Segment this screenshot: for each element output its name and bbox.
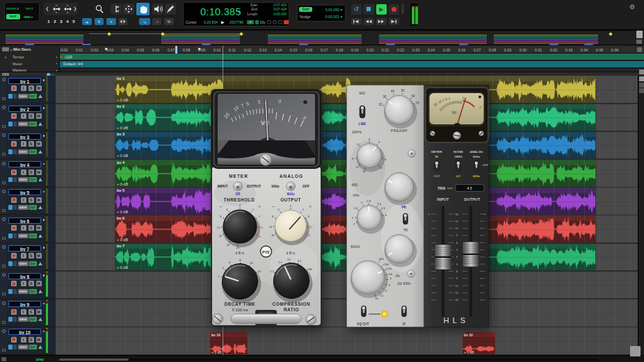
svg-text:−: − <box>272 204 275 209</box>
svg-text:bv 10: bv 10 <box>464 332 473 336</box>
svg-text:12: 12 <box>456 284 459 288</box>
svg-text:INPUT: INPUT <box>218 184 228 188</box>
svg-text:50Hz: 50Hz <box>271 184 280 188</box>
svg-text:BASS: BASS <box>351 245 360 249</box>
svg-text:1.: 1. <box>218 274 220 278</box>
svg-text:OFF: OFF <box>303 184 309 188</box>
svg-text:bv 1: bv 1 <box>117 76 124 81</box>
svg-text:1.4: 1.4 <box>353 206 357 210</box>
svg-text:70: 70 <box>416 101 420 105</box>
svg-text:50: 50 <box>401 89 405 92</box>
svg-text:TR: TR <box>403 229 408 232</box>
svg-text:+ 0 dB: + 0 dB <box>117 210 128 214</box>
svg-text:60Hz: 60Hz <box>473 174 481 178</box>
svg-text:10KHz: 10KHz <box>352 131 362 134</box>
svg-text:COMPRESSION: COMPRESSION <box>273 302 310 306</box>
svg-text:+ 0 dB: + 0 dB <box>117 265 128 270</box>
svg-text:12: 12 <box>355 165 359 169</box>
svg-text:3:1: 3:1 <box>287 258 291 261</box>
svg-text:IN: IN <box>435 155 438 158</box>
svg-text:+ 0 dB: + 0 dB <box>117 238 128 242</box>
svg-text:bv 4: bv 4 <box>117 161 125 165</box>
svg-text:+: + <box>258 204 261 209</box>
svg-text:−4: −4 <box>356 142 360 146</box>
svg-text:MID: MID <box>352 183 358 187</box>
svg-text:400: 400 <box>379 257 385 261</box>
svg-text:15: 15 <box>456 220 459 223</box>
svg-text:1.1: 1.1 <box>270 270 274 273</box>
svg-text:+: + <box>309 204 312 209</box>
svg-text:12: 12 <box>309 225 313 229</box>
svg-text:OUTPUT: OUTPUT <box>280 197 301 202</box>
svg-text:120: 120 <box>387 267 392 270</box>
svg-text:bv 6: bv 6 <box>117 216 124 220</box>
svg-text:3.5: 3.5 <box>377 202 381 206</box>
svg-text:THRESHOLD: THRESHOLD <box>224 197 255 202</box>
svg-text:bv 10: bv 10 <box>211 332 220 336</box>
svg-text:TRIM: TRIM <box>437 187 445 190</box>
svg-text:LIM: LIM <box>307 268 312 271</box>
svg-text:KHz: KHz <box>353 194 360 197</box>
svg-text:MIC: MIC <box>360 92 366 95</box>
svg-text:50Hz: 50Hz <box>473 155 481 158</box>
svg-text:12: 12 <box>456 227 459 230</box>
svg-text:15: 15 <box>456 291 459 295</box>
svg-text:18: 18 <box>456 213 459 216</box>
svg-text:OUT: OUT <box>433 174 440 178</box>
svg-text:GR: GR <box>235 192 241 196</box>
svg-text:5:1: 5:1 <box>298 259 302 263</box>
svg-text:60: 60 <box>412 94 416 98</box>
svg-text:.32: .32 <box>257 270 261 273</box>
svg-text:+ 0 dB: + 0 dB <box>117 126 128 130</box>
svg-text:+: + <box>428 212 430 216</box>
svg-text:ANALOG: ANALOG <box>280 174 303 179</box>
svg-text:+ 0 dB: + 0 dB <box>117 182 128 186</box>
svg-text:12: 12 <box>217 226 220 229</box>
svg-text:OUTPUT: OUTPUT <box>247 184 261 188</box>
svg-text:bv 2: bv 2 <box>117 104 124 108</box>
svg-text:INPUT: INPUT <box>437 197 449 201</box>
svg-text:+: + <box>484 212 486 216</box>
svg-text:Ø: Ø <box>403 322 406 326</box>
svg-text:EQ CUT: EQ CUT <box>357 322 369 326</box>
svg-text:30: 30 <box>383 95 387 99</box>
svg-text:Hz: Hz <box>396 274 400 278</box>
svg-text:PK: PK <box>402 205 407 209</box>
svg-text:RATIO: RATIO <box>284 307 299 312</box>
svg-text:16: 16 <box>250 261 253 265</box>
svg-text:OUTPUT: OUTPUT <box>464 197 481 201</box>
svg-text:bv 3: bv 3 <box>117 132 124 136</box>
svg-text:12: 12 <box>260 226 264 229</box>
svg-text:+ 0 dB: + 0 dB <box>117 98 128 102</box>
svg-text:Db 50Hz: Db 50Hz <box>398 282 411 286</box>
svg-text:20: 20 <box>378 103 383 106</box>
svg-text:4.5: 4.5 <box>381 206 385 210</box>
svg-text:16: 16 <box>219 234 223 238</box>
svg-text:12: 12 <box>269 225 273 229</box>
svg-text:2:1: 2:1 <box>278 261 282 264</box>
svg-text:2.8: 2.8 <box>367 199 371 203</box>
svg-text:VU: VU <box>452 111 457 115</box>
svg-text:60Hz: 60Hz <box>287 192 295 196</box>
svg-text:−: − <box>219 204 222 209</box>
svg-text:ORIG: ORIG <box>454 155 462 158</box>
svg-text:250: 250 <box>385 263 390 266</box>
svg-text:LINE: LINE <box>359 122 367 126</box>
svg-text:bv 5: bv 5 <box>117 188 124 192</box>
svg-text:HLS: HLS <box>444 316 469 324</box>
svg-text:OFF: OFF <box>483 163 489 167</box>
svg-text:16: 16 <box>375 297 378 300</box>
svg-text:DECAY TIME: DECAY TIME <box>225 302 256 306</box>
svg-text:60: 60 <box>389 272 392 276</box>
svg-text:METER: METER <box>229 174 248 179</box>
svg-text:40: 40 <box>391 90 395 93</box>
svg-text:16: 16 <box>271 233 275 237</box>
svg-text:X 100 ms: X 100 ms <box>232 308 248 312</box>
svg-text:LO: LO <box>456 174 461 178</box>
svg-text:18: 18 <box>456 298 459 302</box>
svg-text:NOISE: NOISE <box>453 150 463 154</box>
svg-text:PYE: PYE <box>262 250 270 254</box>
svg-text:d B m: d B m <box>235 251 244 255</box>
svg-text:ANALOG: ANALOG <box>469 150 483 154</box>
svg-text:bv 7: bv 7 <box>117 244 124 248</box>
